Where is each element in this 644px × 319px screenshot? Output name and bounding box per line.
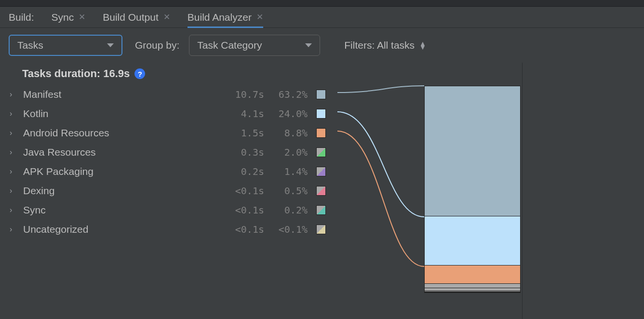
view-dropdown-label: Tasks <box>17 40 43 51</box>
task-time: <0.1s <box>221 204 264 216</box>
chevron-down-icon <box>305 43 312 47</box>
analyzer-toolbar: Tasks Group by: Task Category Filters: A… <box>0 28 644 63</box>
chevron-right-icon[interactable]: › <box>10 148 18 157</box>
tab-label: Sync <box>52 12 74 23</box>
close-icon[interactable]: ✕ <box>163 13 170 21</box>
view-dropdown[interactable]: Tasks <box>9 35 122 56</box>
task-name: Uncategorized <box>18 224 221 235</box>
color-swatch <box>316 90 326 99</box>
task-percent: 63.2% <box>264 89 308 100</box>
tab-build-analyzer[interactable]: Build Analyzer✕ <box>188 7 263 27</box>
color-swatch <box>316 128 326 138</box>
task-time: 4.1s <box>221 108 264 120</box>
color-swatch <box>316 167 326 176</box>
task-time: 1.5s <box>221 127 264 139</box>
task-name: Java Resources <box>18 146 221 158</box>
tasks-duration-header: Tasks duration: 16.9s ? <box>0 67 522 80</box>
color-swatch <box>316 109 326 119</box>
task-time: <0.1s <box>221 224 264 235</box>
tab-build-output[interactable]: Build Output✕ <box>103 7 170 27</box>
filters-label: Filters: All tasks <box>344 40 415 51</box>
tasks-panel: Tasks duration: 16.9s ? ›Manifest10.7s63… <box>0 63 523 319</box>
task-percent: 2.0% <box>264 146 308 158</box>
stacked-bar-chart <box>424 86 521 293</box>
color-swatch <box>316 225 326 234</box>
tab-label: Build Output <box>103 12 159 23</box>
task-name: APK Packaging <box>18 166 221 177</box>
task-time: 0.2s <box>221 166 264 177</box>
stacked-segment[interactable] <box>425 216 520 265</box>
task-percent: 24.0% <box>264 108 308 120</box>
close-icon[interactable]: ✕ <box>79 13 85 21</box>
task-percent: 0.2% <box>264 204 308 216</box>
analyzer-content: Tasks duration: 16.9s ? ›Manifest10.7s63… <box>0 63 644 319</box>
build-label: Build: <box>9 12 34 23</box>
chevron-right-icon[interactable]: › <box>10 129 18 137</box>
groupby-dropdown[interactable]: Task Category <box>189 35 320 56</box>
chevron-right-icon[interactable]: › <box>10 109 18 118</box>
tab-sync[interactable]: Sync✕ <box>52 7 86 27</box>
task-percent: 8.8% <box>264 127 308 139</box>
chevron-right-icon[interactable]: › <box>10 225 18 234</box>
task-percent: <0.1% <box>264 224 308 235</box>
tasks-duration-title: Tasks duration: 16.9s <box>22 67 130 80</box>
stacked-segment[interactable] <box>425 292 520 292</box>
task-name: Sync <box>18 204 221 216</box>
chevron-right-icon[interactable]: › <box>10 167 18 176</box>
task-time: <0.1s <box>221 185 264 197</box>
filters-dropdown[interactable]: Filters: All tasks ▲▼ <box>344 40 426 51</box>
color-swatch <box>316 186 326 196</box>
chevron-right-icon[interactable]: › <box>10 90 18 99</box>
task-name: Manifest <box>18 89 221 100</box>
task-time: 10.7s <box>221 89 264 100</box>
task-percent: 0.5% <box>264 185 308 197</box>
color-swatch <box>316 147 326 157</box>
groupby-dropdown-label: Task Category <box>197 40 262 51</box>
chevron-right-icon[interactable]: › <box>10 206 18 214</box>
sort-icon: ▲▼ <box>419 41 426 49</box>
groupby-label: Group by: <box>135 40 179 51</box>
tab-label: Build Analyzer <box>188 12 252 23</box>
stacked-segment[interactable] <box>425 86 520 216</box>
color-swatch <box>316 205 326 215</box>
close-icon[interactable]: ✕ <box>256 13 263 21</box>
task-percent: 1.4% <box>264 166 308 177</box>
window-top-strip <box>0 0 644 7</box>
chevron-right-icon[interactable]: › <box>10 186 18 195</box>
chevron-down-icon <box>107 43 114 47</box>
build-tabbar: Build: Sync✕Build Output✕Build Analyzer✕ <box>0 7 644 28</box>
task-name: Android Resources <box>18 127 221 139</box>
task-time: 0.3s <box>221 146 264 158</box>
stacked-segment[interactable] <box>425 283 520 288</box>
stacked-segment[interactable] <box>425 265 520 283</box>
task-name: Kotlin <box>18 108 221 120</box>
task-name: Dexing <box>18 185 221 197</box>
help-icon[interactable]: ? <box>134 68 145 79</box>
